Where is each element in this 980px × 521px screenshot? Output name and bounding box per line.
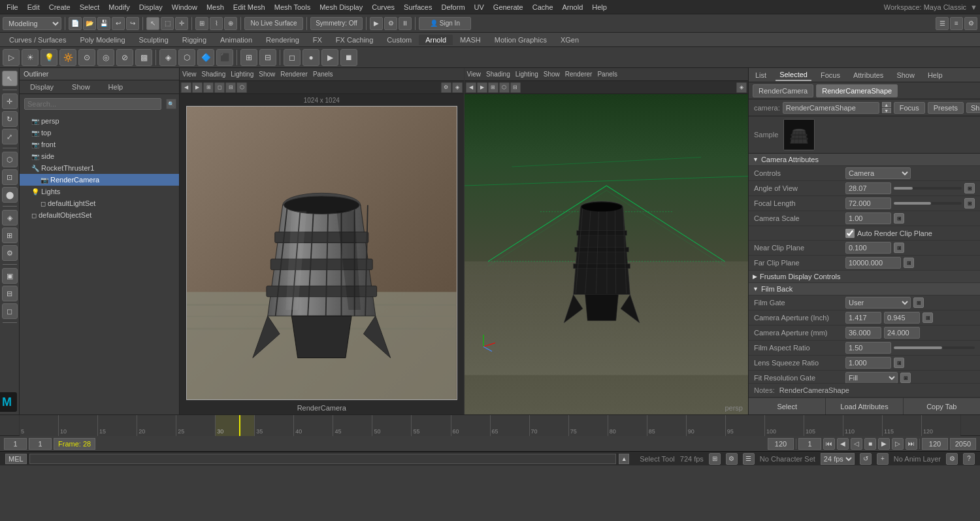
render-camera-shape-tab[interactable]: RenderCameraShape (816, 84, 898, 97)
aov-expand-btn[interactable]: ⊞ (964, 183, 975, 193)
frg-expand-btn[interactable]: ⊞ (900, 373, 911, 383)
vp-left-btn-8[interactable]: ◈ (452, 82, 463, 93)
tool-5[interactable]: ◈ (2, 210, 18, 226)
tab-sculpting[interactable]: Sculpting (133, 35, 175, 45)
display-menu[interactable]: Display (135, 2, 167, 12)
vp-left-btn-2[interactable]: ▶ (192, 82, 203, 93)
rotate-tool[interactable]: ↻ (2, 111, 18, 127)
vp-left-btn-6[interactable]: ⬡ (237, 82, 247, 93)
range-end-1[interactable] (768, 438, 794, 450)
vp-left-btn-3[interactable]: ⊞ (203, 82, 214, 93)
shelf-btn-9[interactable]: ◈ (159, 49, 176, 66)
open-btn[interactable]: 📂 (83, 17, 96, 30)
tab-custom[interactable]: Custom (380, 35, 418, 45)
tab-arnold[interactable]: Arnold (419, 35, 453, 45)
near-clip-input[interactable] (845, 242, 891, 254)
status-icon-3[interactable]: ☰ (743, 453, 755, 465)
tab-motion-graphics[interactable]: Motion Graphics (488, 35, 553, 45)
outliner-render-camera[interactable]: 📷 RenderCamera (20, 174, 179, 186)
lens-squeeze-input[interactable] (845, 357, 891, 369)
cs-expand-btn[interactable]: ⊞ (894, 213, 904, 224)
tool-settings-toggle[interactable]: ⚙ (964, 17, 977, 30)
shelf-btn-7[interactable]: ⊘ (116, 49, 133, 66)
mel-input[interactable] (29, 454, 617, 464)
vp-left-btn-5[interactable]: ⊟ (225, 82, 236, 93)
fps-select[interactable]: 24 fps (821, 453, 855, 465)
anim-icon-2[interactable]: + (877, 453, 889, 465)
tab-poly-modeling[interactable]: Poly Modeling (73, 35, 131, 45)
vp-panels[interactable]: Panels (313, 71, 333, 78)
play-fwd-btn[interactable]: ▶ (878, 438, 890, 450)
cam-aperture-mm-y[interactable] (884, 327, 920, 339)
camera-scale-input[interactable] (845, 212, 891, 224)
frame-start-input[interactable] (29, 438, 52, 450)
vp-left-btn-4[interactable]: ◻ (214, 82, 225, 93)
rpanel-help-tab[interactable]: Help (924, 70, 947, 80)
shelf-btn-17[interactable]: ▶ (321, 49, 338, 66)
film-aspect-input[interactable] (845, 342, 891, 354)
surfaces-menu[interactable]: Surfaces (400, 2, 436, 12)
select-tool-btn[interactable]: ↖ (146, 17, 159, 30)
vp-view[interactable]: View (182, 71, 197, 78)
outliner-search-btn[interactable]: 🔍 (166, 99, 176, 109)
undo-btn[interactable]: ↩ (112, 17, 125, 30)
anim-layer-icon[interactable]: ↺ (860, 453, 872, 465)
map-input-btn[interactable]: ▲ (882, 102, 891, 107)
tab-rigging[interactable]: Rigging (176, 35, 213, 45)
attr-editor-toggle[interactable]: ≡ (950, 17, 963, 30)
tab-fx[interactable]: FX (306, 35, 329, 45)
cache-menu[interactable]: Cache (529, 2, 557, 12)
shelf-btn-8[interactable]: ▩ (135, 49, 152, 66)
shelf-btn-18[interactable]: ⏹ (340, 49, 357, 66)
vp2-shading[interactable]: Shading (486, 71, 510, 78)
auto-render-clip-checkbox[interactable] (845, 229, 855, 238)
shelf-btn-13[interactable]: ⊞ (240, 49, 257, 66)
sign-in-btn[interactable]: 👤 Sign In (419, 17, 471, 30)
vp-shading[interactable]: Shading (202, 71, 226, 78)
focal-slider[interactable] (894, 202, 962, 205)
vp2-view[interactable]: View (467, 71, 482, 78)
vp2-btn-4[interactable]: ⬡ (499, 82, 510, 93)
angle-slider[interactable] (894, 187, 962, 190)
help-menu[interactable]: Help (588, 2, 611, 12)
edit-mesh-menu[interactable]: Edit Mesh (229, 2, 269, 12)
controls-select[interactable]: Camera (845, 167, 911, 179)
load-attrs-btn[interactable]: Load Attributes (826, 398, 903, 414)
modify-menu[interactable]: Modify (105, 2, 133, 12)
outliner-side[interactable]: 📷 side (20, 150, 179, 162)
vp2-btn-5[interactable]: ⊟ (510, 82, 521, 93)
shelf-btn-14[interactable]: ⊟ (259, 49, 276, 66)
mode-select[interactable]: Modeling (3, 17, 61, 30)
fl-expand-btn[interactable]: ⊞ (964, 198, 975, 209)
presets-btn[interactable]: Presets (928, 102, 964, 114)
show-btn[interactable]: Show (966, 103, 980, 113)
shelf-btn-16[interactable]: ● (302, 49, 319, 66)
mel-expand-btn[interactable]: ▲ (619, 454, 629, 464)
shelf-btn-6[interactable]: ◎ (97, 49, 114, 66)
next-frame-btn[interactable]: ▷ (892, 438, 904, 450)
shelf-btn-5[interactable]: ⊙ (78, 49, 95, 66)
outliner-top[interactable]: 📷 top (20, 127, 179, 139)
current-frame-input[interactable] (4, 438, 27, 450)
symmetry-btn[interactable]: Symmetry: Off (310, 17, 363, 30)
stop-btn[interactable]: ■ (864, 438, 876, 450)
cam-aperture-inch-y[interactable] (884, 312, 920, 324)
film-gate-expand[interactable]: ⊞ (913, 297, 924, 308)
shelf-btn-15[interactable]: ◻ (284, 49, 301, 66)
range-start-2[interactable] (798, 438, 821, 450)
play-back-btn[interactable]: ◁ (851, 438, 862, 450)
shelf-btn-1[interactable]: ▷ (3, 49, 20, 66)
tab-mash[interactable]: MASH (453, 35, 487, 45)
outliner-rocket-thruster[interactable]: 🔧 RocketThruster1 (20, 162, 179, 174)
edit-menu[interactable]: Edit (24, 2, 44, 12)
vp2-show[interactable]: Show (544, 71, 560, 78)
outliner-search-input[interactable] (24, 98, 161, 110)
rpanel-attributes-tab[interactable]: Attributes (849, 70, 887, 80)
save-btn[interactable]: 💾 (97, 17, 110, 30)
film-gate-select[interactable]: User (845, 297, 911, 309)
tool-10[interactable]: ◻ (2, 303, 18, 319)
vp2-lighting[interactable]: Lighting (515, 71, 538, 78)
mesh-display-menu[interactable]: Mesh Display (316, 2, 367, 12)
snap-grid-btn[interactable]: ⊞ (195, 17, 208, 30)
scale-tool[interactable]: ⤢ (2, 129, 18, 144)
